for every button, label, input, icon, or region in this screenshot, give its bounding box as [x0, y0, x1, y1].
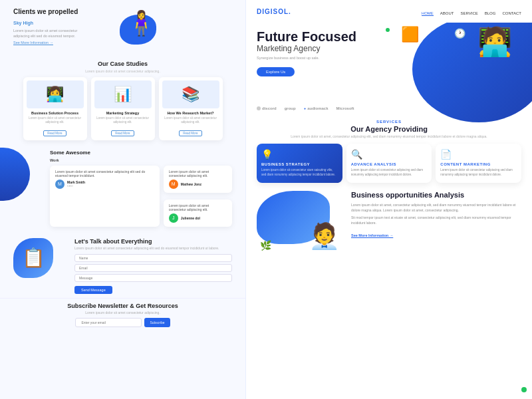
- testimonials-sublabel: Work: [50, 158, 232, 162]
- microsoft-label: Microsoft: [336, 106, 354, 110]
- case-card-img-0: 👩‍💻: [27, 80, 84, 108]
- content-icon: 📄: [440, 149, 517, 160]
- case-card-title-0: Business Solution Process: [27, 111, 84, 115]
- content-title: CONTENT MARKETING: [440, 162, 517, 166]
- strategy-title: BUSINESS STRATEGY: [261, 162, 338, 166]
- case-cards-container: 👩‍💻 Business Solution Process Lorem ipsu…: [13, 77, 232, 140]
- case-studies-section: Our Case Studies Lorem ipsum dolor sit a…: [0, 57, 245, 144]
- nav-about[interactable]: ABOUT: [440, 5, 454, 17]
- nav-home-link[interactable]: HOME: [422, 11, 434, 16]
- nav-service[interactable]: SERVICE: [461, 5, 478, 17]
- message-field[interactable]: [74, 274, 232, 282]
- hero-section: Future Focused Marketing Agency Synergiz…: [246, 23, 532, 102]
- hero-person-icon: 🧍‍♀️: [126, 9, 156, 37]
- biz-link[interactable]: See More Information →: [351, 233, 393, 237]
- clients-description: Lorem ipsum dolor sit amet consectetur a…: [13, 29, 93, 39]
- subscribe-title: Subscribe Newsletter & Get Resources: [13, 303, 232, 309]
- nav-home[interactable]: HOME: [422, 5, 434, 17]
- testimonials-col2: Lorem ipsum dolor sit amet consectetur a…: [164, 166, 232, 230]
- biz-person-icon: 🧑‍💼: [309, 221, 340, 251]
- navbar: DIGISOL. HOME ABOUT SERVICE BLOG CONTACT: [246, 0, 532, 23]
- strategy-text: Lorem ipsum dolor sit consectetur siam s…: [261, 168, 338, 178]
- nav-blog-link[interactable]: BLOG: [485, 11, 496, 15]
- testimonials-content: Some Awesome Work Lorem ipsum dolor sit …: [50, 150, 232, 230]
- service-cards: 💡 BUSINESS STRATEGY Lorem ipsum dolor si…: [257, 144, 521, 183]
- case-card-title-2: How We Research Market?: [162, 111, 219, 115]
- testimonials-cards: Lorem ipsum dolor sit amet consectetur a…: [50, 166, 232, 230]
- green-dot-bottom: [521, 387, 527, 392]
- avatar-2: J: [169, 213, 178, 223]
- case-card-icon-1: 📊: [114, 86, 132, 103]
- lets-talk-description: Lorem ipsum dolor sit amet consectetur a…: [74, 246, 232, 251]
- services-title-heading: Our Agency Providing: [257, 125, 521, 133]
- name-field[interactable]: [74, 254, 232, 262]
- nav-about-link[interactable]: ABOUT: [440, 11, 454, 15]
- nav-contact[interactable]: CONTACT: [502, 5, 521, 17]
- subscribe-button[interactable]: Subscribe: [144, 318, 170, 327]
- lets-talk-section: 📋 Let's Talk about Everything Lorem ipsu…: [0, 234, 245, 298]
- biz-opp-section: 🧑‍💼 🌿 Business opportunities Analysis Lo…: [246, 187, 532, 255]
- plant-icon: 🌿: [260, 240, 271, 251]
- author-info-1: Mathew Jonz: [181, 182, 201, 186]
- clients-text: Clients we propelled Sky High Lorem ipsu…: [13, 8, 93, 45]
- author-role-0: CEO: [67, 184, 85, 188]
- avatar-0: M: [55, 180, 65, 189]
- testimonial-author-0: M Mark Smith CEO: [55, 180, 154, 189]
- strategy-icon: 💡: [261, 149, 338, 160]
- hero-title: Future Focused: [257, 29, 390, 44]
- author-info-2: Julienne dol: [181, 216, 200, 220]
- discord-label: discord: [262, 106, 277, 110]
- service-card-strategy: 💡 BUSINESS STRATEGY Lorem ipsum dolor si…: [257, 144, 342, 183]
- case-card-2: 📚 How We Research Market? Lorem ipsum do…: [159, 77, 223, 140]
- lets-talk-illustration: 📋: [13, 238, 66, 278]
- case-card-desc-2: Lorem ipsum dolor sit amet consectetur a…: [162, 116, 219, 125]
- content-text: Lorem ipsum dolor sit consectetur adipis…: [440, 168, 517, 178]
- testimonial-2: Lorem ipsum dolor sit amet consectetur a…: [164, 200, 232, 227]
- nav-links: HOME ABOUT SERVICE BLOG CONTACT: [422, 5, 521, 17]
- discord-dot: [257, 106, 261, 110]
- clients-subtitle: Sky High: [13, 21, 33, 25]
- orange-element: 🟧: [401, 26, 419, 43]
- case-card-title-1: Marketing Strategy: [94, 111, 152, 115]
- nav-blog[interactable]: BLOG: [485, 5, 496, 17]
- send-button[interactable]: Send Message: [74, 286, 112, 294]
- clients-link[interactable]: See More Information →: [13, 41, 93, 45]
- nav-service-link[interactable]: SERVICE: [461, 11, 478, 15]
- case-card-btn-1[interactable]: Read More: [111, 130, 134, 136]
- testimonial-text-0: Lorem ipsum dolor sit amet consectetur a…: [55, 170, 145, 178]
- case-card-btn-2[interactable]: Read More: [179, 130, 201, 136]
- testimonials-label: Some Awesome: [50, 150, 232, 156]
- service-card-analysis: 🔍 ADVANCE ANALYSIS Lorem ipsum dolor sit…: [346, 144, 432, 183]
- services-description: Lorem ipsum dolor sit amet, consectetur …: [257, 134, 521, 138]
- testimonials-section: Some Awesome Work Lorem ipsum dolor sit …: [0, 144, 245, 234]
- case-card-icon-0: 👩‍💻: [46, 86, 64, 103]
- analysis-icon: 🔍: [351, 149, 428, 160]
- email-field[interactable]: [74, 264, 232, 272]
- testimonial-0: Lorem ipsum dolor sit amet consectetur a…: [50, 166, 160, 227]
- brand-audiomack: + audiomack: [304, 106, 329, 110]
- case-card-0: 👩‍💻 Business Solution Process Lorem ipsu…: [23, 77, 87, 140]
- brand-microsoft: Microsoft: [336, 106, 354, 110]
- nav-contact-link[interactable]: CONTACT: [502, 11, 521, 15]
- case-studies-desc: Lorem ipsum dolor sit amet consectetur a…: [13, 69, 232, 73]
- case-card-img-2: 📚: [162, 80, 219, 108]
- subscribe-input[interactable]: [75, 318, 142, 327]
- case-card-img-1: 📊: [94, 80, 152, 108]
- lets-talk-form: Let's Talk about Everything Lorem ipsum …: [74, 238, 232, 294]
- avatar-1: M: [169, 180, 178, 189]
- author-name-1: Mathew Jonz: [181, 182, 201, 186]
- subscribe-description: Lorem ipsum dolor sit amet consectetur a…: [13, 311, 232, 315]
- biz-illustration: 🧑‍💼 🌿: [257, 191, 343, 251]
- explore-button[interactable]: Explore Us: [257, 67, 295, 76]
- lets-talk-title: Let's Talk about Everything: [74, 238, 232, 245]
- service-card-content: 📄 CONTENT MARKETING Lorem ipsum dolor si…: [436, 144, 521, 183]
- subscribe-form: Subscribe: [13, 318, 232, 327]
- clients-illustration: 🧍‍♀️: [100, 8, 160, 51]
- hero-subtitle: Marketing Agency: [257, 44, 390, 53]
- brand-discord: discord: [257, 106, 277, 110]
- testimonial-author-1: M Mathew Jonz: [169, 180, 227, 189]
- testimonial-author-2: J Julienne dol: [169, 213, 227, 223]
- clients-section: Clients we propelled Sky High Lorem ipsu…: [0, 0, 245, 57]
- biz-para-0: Lorem ipsum dolor sit amet, consectetur …: [351, 202, 521, 213]
- case-card-btn-0[interactable]: Read More: [43, 130, 66, 136]
